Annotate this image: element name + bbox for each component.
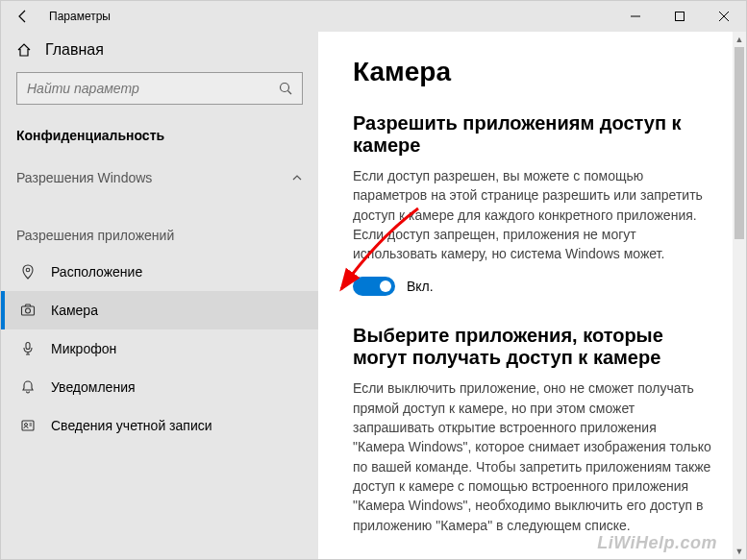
titlebar: Параметры bbox=[1, 1, 746, 32]
sidebar-item-label: Расположение bbox=[51, 264, 142, 280]
vertical-scrollbar[interactable]: ▲ ▼ bbox=[733, 32, 746, 559]
svg-rect-10 bbox=[22, 421, 34, 430]
sidebar-item-label: Уведомления bbox=[51, 379, 136, 395]
svg-point-8 bbox=[26, 308, 31, 313]
svg-rect-1 bbox=[676, 12, 685, 21]
account-icon bbox=[20, 418, 36, 433]
back-button[interactable] bbox=[1, 1, 45, 32]
section2-body: Если выключить приложение, оно не сможет… bbox=[353, 378, 711, 534]
scroll-up-icon[interactable]: ▲ bbox=[735, 32, 744, 47]
main-content: Камера Разрешить приложениям доступ к ка… bbox=[318, 32, 746, 559]
sidebar-item-account-info[interactable]: Сведения учетной записи bbox=[1, 406, 318, 445]
svg-point-4 bbox=[281, 84, 289, 92]
search-input[interactable] bbox=[17, 81, 269, 96]
svg-rect-9 bbox=[26, 343, 30, 350]
sidebar-item-microphone[interactable]: Микрофон bbox=[1, 329, 318, 368]
svg-rect-7 bbox=[22, 306, 35, 315]
sidebar: Главная Конфиденциальность Разрешения Wi… bbox=[1, 32, 318, 559]
close-button[interactable] bbox=[702, 1, 746, 32]
watermark: LiWiHelp.com bbox=[597, 533, 717, 553]
group-app-permissions[interactable]: Разрешения приложений bbox=[1, 218, 318, 253]
sidebar-item-label: Микрофон bbox=[51, 341, 116, 356]
location-icon bbox=[20, 264, 36, 280]
svg-point-11 bbox=[25, 424, 28, 426]
sidebar-item-label: Сведения учетной записи bbox=[51, 418, 212, 433]
home-icon bbox=[16, 42, 32, 58]
sidebar-item-notifications[interactable]: Уведомления bbox=[1, 368, 318, 406]
home-nav[interactable]: Главная bbox=[1, 32, 318, 68]
camera-icon bbox=[20, 303, 36, 318]
sidebar-item-label: Камера bbox=[51, 303, 98, 318]
window-title: Параметры bbox=[49, 10, 111, 23]
sidebar-item-camera[interactable]: Камера bbox=[1, 291, 318, 329]
minimize-button[interactable] bbox=[613, 1, 658, 32]
camera-access-toggle[interactable] bbox=[353, 277, 395, 296]
home-label: Главная bbox=[45, 41, 104, 59]
scrollbar-thumb[interactable] bbox=[735, 47, 744, 239]
sidebar-item-location[interactable]: Расположение bbox=[1, 253, 318, 291]
toggle-knob bbox=[380, 280, 391, 292]
microphone-icon bbox=[20, 341, 36, 356]
active-section-title: Конфиденциальность bbox=[1, 118, 318, 160]
bell-icon bbox=[20, 379, 36, 395]
scroll-down-icon[interactable]: ▼ bbox=[735, 544, 744, 559]
chevron-up-icon bbox=[291, 172, 303, 183]
search-icon bbox=[269, 81, 302, 96]
search-box[interactable] bbox=[16, 72, 303, 105]
section1-title: Разрешить приложениям доступ к камере bbox=[353, 112, 711, 157]
page-title: Камера bbox=[353, 57, 711, 87]
toggle-state-label: Вкл. bbox=[407, 279, 434, 294]
svg-line-5 bbox=[288, 91, 292, 95]
group-windows-permissions[interactable]: Разрешения Windows bbox=[1, 160, 318, 195]
svg-point-6 bbox=[26, 268, 30, 272]
maximize-button[interactable] bbox=[658, 1, 702, 32]
section2-title: Выберите приложения, которые могут получ… bbox=[353, 325, 711, 369]
section1-body: Если доступ разрешен, вы можете с помощь… bbox=[353, 166, 711, 263]
